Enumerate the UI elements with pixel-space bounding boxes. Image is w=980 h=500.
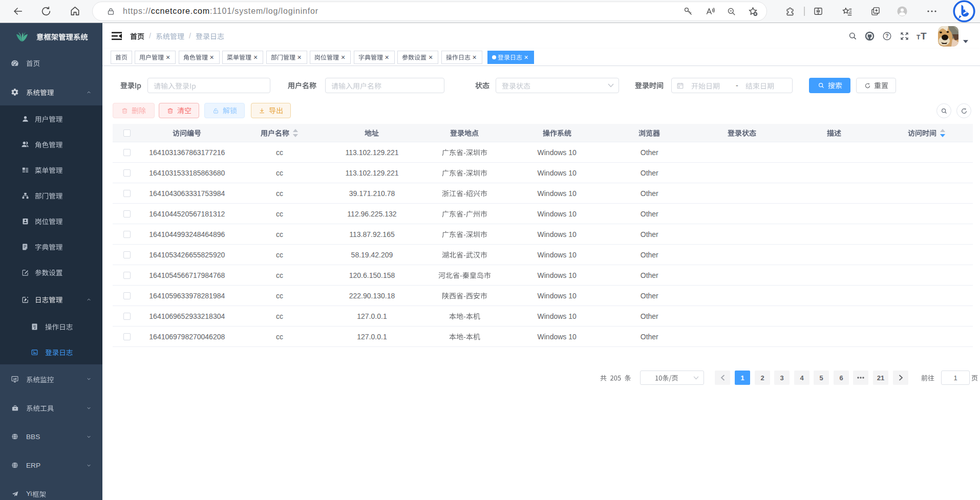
- svg-text:?: ?: [885, 33, 888, 39]
- svg-text:T: T: [921, 31, 927, 41]
- svg-text:T: T: [917, 34, 921, 41]
